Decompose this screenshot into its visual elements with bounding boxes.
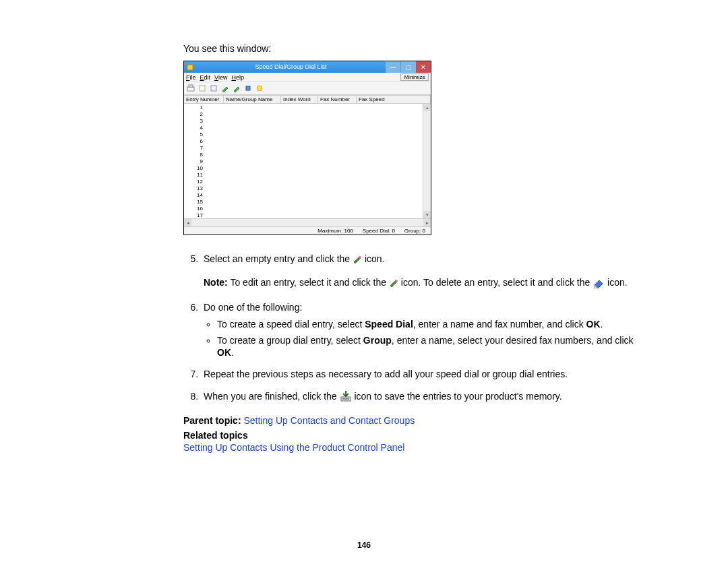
scroll-down-icon[interactable]: ▾: [423, 211, 431, 218]
step-5: Select an empty entry and click the icon…: [201, 253, 636, 292]
status-max: Maximum: 100: [317, 228, 353, 234]
parent-topic-link[interactable]: Setting Up Contacts and Contact Groups: [243, 415, 415, 426]
pencil-icon: [353, 254, 362, 267]
steps-list: Select an empty entry and click the icon…: [183, 253, 636, 406]
toolbar: [184, 82, 431, 95]
col-fax-number[interactable]: Fax Number: [318, 96, 357, 103]
status-group: Group: 0: [404, 228, 425, 234]
menu-help[interactable]: Help: [231, 74, 244, 81]
svg-rect-5: [246, 86, 250, 90]
close-icon[interactable]: ✕: [416, 61, 431, 73]
toolbar-icon-1[interactable]: [186, 84, 195, 93]
note-label: Note:: [204, 277, 228, 288]
bullet-group-dial: To create a group dial entry, select Gro…: [217, 334, 636, 358]
table-body[interactable]: 1 2 3 4 5 6 7 8 9 10 11 12 13 14 15 16 1: [184, 104, 431, 218]
table-header: Entry Number Name/Group Name Index Word …: [184, 95, 431, 104]
toolbar-icon-4[interactable]: [220, 84, 230, 93]
scroll-up-icon[interactable]: ▴: [423, 104, 431, 111]
minimize-button[interactable]: Minimize: [400, 73, 429, 81]
related-topics-heading: Related topics: [183, 430, 636, 441]
parent-topic: Parent topic: Setting Up Contacts and Co…: [183, 415, 636, 426]
svg-rect-8: [342, 398, 349, 400]
menu-file[interactable]: File: [186, 74, 196, 81]
pencil-icon: [389, 278, 398, 290]
menu-bar: File Edit View Help Minimize: [184, 73, 431, 82]
col-fax-speed[interactable]: Fax Speed: [357, 96, 431, 103]
menu-edit[interactable]: Edit: [200, 74, 211, 81]
eraser-icon: [593, 276, 605, 292]
related-topic-link[interactable]: Setting Up Contacts Using the Product Co…: [183, 442, 636, 453]
col-entry-number[interactable]: Entry Number: [184, 96, 224, 103]
step-7: Repeat the previous steps as necessary t…: [201, 368, 636, 381]
status-speed-dial: Speed Dial: 0: [363, 228, 395, 234]
status-bar: Maximum: 100 Speed Dial: 0 Group: 0: [184, 226, 431, 235]
step-6: Do one of the following: To create a spe…: [201, 301, 636, 358]
page: You see this window: Speed Dial/Group Di…: [0, 0, 728, 562]
svg-rect-0: [187, 65, 193, 70]
window-title: Speed Dial/Group Dial List: [196, 61, 386, 73]
maximize-icon[interactable]: ▢: [400, 61, 416, 73]
toolbar-icon-3[interactable]: [209, 84, 218, 93]
window-titlebar: Speed Dial/Group Dial List — ▢ ✕: [184, 61, 431, 73]
screenshot-window: Speed Dial/Group Dial List — ▢ ✕ File Ed…: [183, 61, 431, 235]
scroll-left-icon[interactable]: ◂: [184, 219, 191, 226]
step-8: When you are finished, click the icon to…: [201, 390, 636, 406]
col-index-word[interactable]: Index Word: [281, 96, 318, 103]
save-to-device-icon: [340, 390, 352, 406]
col-name-group[interactable]: Name/Group Name: [224, 96, 281, 103]
app-icon: [184, 61, 196, 73]
scroll-right-icon[interactable]: ▸: [423, 219, 431, 226]
toolbar-icon-6[interactable]: [243, 84, 253, 93]
svg-point-6: [257, 86, 262, 91]
svg-rect-2: [189, 85, 193, 88]
svg-rect-4: [211, 86, 216, 91]
page-number: 146: [0, 540, 728, 550]
vertical-scrollbar[interactable]: ▴ ▾: [423, 104, 431, 218]
menu-view[interactable]: View: [214, 74, 227, 81]
toolbar-icon-7[interactable]: [255, 84, 264, 93]
bullet-speed-dial: To create a speed dial entry, select Spe…: [217, 318, 636, 330]
toolbar-icon-5[interactable]: [232, 84, 241, 93]
minimize-icon[interactable]: —: [386, 61, 400, 73]
horizontal-scrollbar[interactable]: ◂ ▸: [184, 218, 431, 226]
toolbar-icon-2[interactable]: [198, 84, 207, 93]
svg-rect-3: [200, 86, 205, 91]
intro-text: You see this window:: [183, 43, 636, 54]
